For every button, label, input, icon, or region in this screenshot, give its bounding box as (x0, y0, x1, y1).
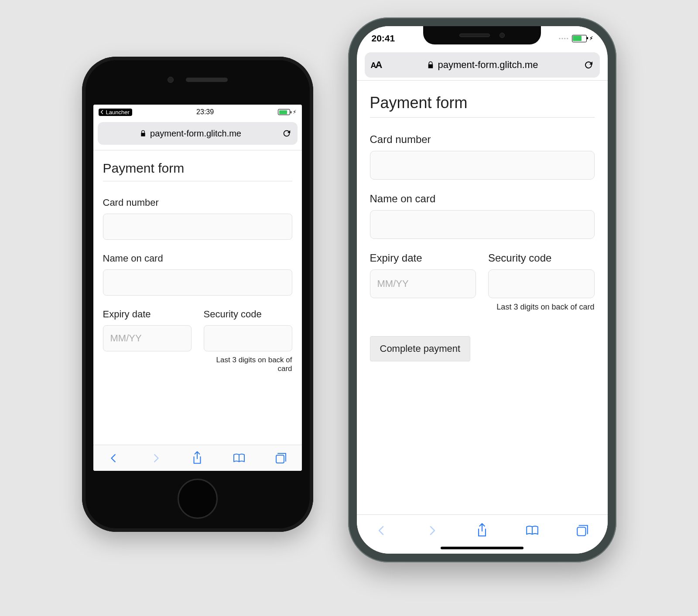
card-number-label: Card number (370, 133, 595, 146)
browser-toolbar (93, 445, 302, 471)
expiry-input[interactable] (370, 269, 476, 298)
reload-icon[interactable] (583, 60, 594, 70)
complete-payment-button[interactable]: Complete payment (370, 336, 471, 361)
share-button[interactable] (190, 451, 205, 466)
title-divider (103, 181, 292, 181)
charging-icon: ⚡︎ (293, 109, 296, 115)
security-code-hint: Last 3 digits on back of card (204, 356, 292, 373)
tabs-icon (275, 452, 287, 464)
security-code-hint: Last 3 digits on back of card (488, 303, 595, 312)
signal-icon: •••• (559, 36, 569, 41)
chevron-right-icon (151, 452, 161, 464)
share-button[interactable] (475, 523, 489, 538)
share-icon (192, 451, 203, 465)
lock-icon (140, 129, 147, 137)
security-code-input[interactable] (204, 325, 292, 351)
back-app-label: Launcher (106, 109, 130, 116)
home-indicator[interactable] (441, 547, 524, 549)
share-icon (476, 523, 488, 538)
charging-icon: ⚡︎ (589, 35, 593, 41)
nav-forward-button[interactable] (148, 451, 163, 466)
expiry-label: Expiry date (103, 309, 192, 320)
front-camera-icon (500, 33, 505, 38)
battery-icon (278, 109, 290, 115)
display-notch (423, 26, 541, 44)
status-time: 20:41 (372, 33, 395, 44)
expiry-label: Expiry date (370, 252, 476, 264)
book-icon (233, 453, 246, 464)
reader-mode-button[interactable]: AA (371, 59, 382, 71)
nav-back-button[interactable] (106, 451, 121, 466)
browser-url-bar[interactable]: AA payment-form.glitch.me (365, 52, 600, 78)
title-divider (370, 117, 595, 118)
name-on-card-label: Name on card (103, 253, 292, 264)
name-on-card-label: Name on card (370, 193, 595, 205)
bookmarks-button[interactable] (525, 523, 540, 538)
page-content: Payment form Card number Name on card Ex… (93, 150, 302, 445)
chevron-left-icon (109, 452, 119, 464)
svg-rect-0 (276, 455, 284, 463)
name-on-card-input[interactable] (370, 210, 595, 239)
front-camera-icon (168, 77, 174, 83)
chevron-left-icon (376, 524, 387, 537)
expiry-input[interactable] (103, 325, 192, 351)
chevron-right-icon (427, 524, 437, 537)
chevron-left-icon (99, 109, 105, 115)
phone-b-screen: 20:41 •••• ⚡︎ AA payment-form.glitch.me … (357, 26, 608, 554)
tabs-button[interactable] (575, 523, 590, 538)
url-text: payment-form.glitch.me (150, 129, 241, 139)
back-to-app-button[interactable]: Launcher (99, 109, 132, 116)
bookmarks-button[interactable] (232, 451, 246, 466)
tabs-button[interactable] (274, 451, 288, 466)
page-title: Payment form (370, 94, 595, 112)
browser-url-bar[interactable]: payment-form.glitch.me (98, 122, 298, 145)
url-text: payment-form.glitch.me (438, 59, 538, 71)
page-content: Payment form Card number Name on card Ex… (357, 81, 608, 514)
card-number-label: Card number (103, 197, 292, 208)
phone-a-screen: Launcher 23:39 ⚡︎ payment-form.glitch.me… (93, 105, 302, 471)
iphone-8-frame: Launcher 23:39 ⚡︎ payment-form.glitch.me… (82, 57, 313, 532)
nav-forward-button[interactable] (424, 523, 439, 538)
iphone-11-frame: 20:41 •••• ⚡︎ AA payment-form.glitch.me … (348, 17, 616, 562)
page-title: Payment form (103, 161, 292, 176)
card-number-input[interactable] (370, 151, 595, 180)
card-number-input[interactable] (103, 214, 292, 240)
lock-icon (427, 61, 435, 69)
status-bar: Launcher 23:39 ⚡︎ (93, 105, 302, 119)
svg-rect-1 (577, 527, 585, 535)
security-code-input[interactable] (488, 269, 595, 298)
home-button[interactable] (178, 479, 218, 519)
name-on-card-input[interactable] (103, 269, 292, 296)
status-time: 23:39 (196, 108, 214, 116)
earpiece-speaker-icon (186, 78, 228, 82)
security-code-label: Security code (488, 252, 595, 264)
reload-icon[interactable] (282, 129, 291, 138)
security-code-label: Security code (204, 309, 292, 320)
top-sensors (82, 77, 313, 83)
tabs-icon (576, 524, 589, 537)
nav-back-button[interactable] (374, 523, 389, 538)
book-icon (525, 524, 539, 537)
battery-icon (572, 35, 587, 42)
earpiece-speaker-icon (459, 34, 490, 37)
